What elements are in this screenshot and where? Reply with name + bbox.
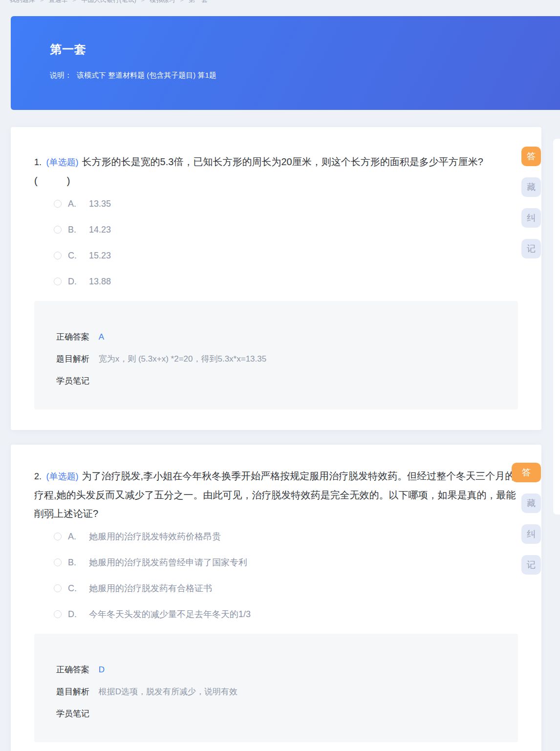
options-list: A. 13.35 B. 14.23 C. 15.23 D. 13.88 <box>54 197 518 288</box>
radio-icon[interactable] <box>54 558 62 566</box>
option-text: 15.23 <box>89 251 111 261</box>
breadcrumb-item-2[interactable]: 直通车 <box>49 0 68 3</box>
tab-note[interactable]: 记 <box>521 555 541 575</box>
exam-practice-page: 我的题库>直通车>中国人民银行(笔试)>模拟练习>第一套 第一套 说明：该模式下… <box>0 0 560 751</box>
answer-panel: 正确答案 D 题目解析 根据D选项，脱发有所减少，说明有效 学员笔记 <box>34 634 518 742</box>
question-type-badge: (单选题) <box>46 157 79 167</box>
student-note-row: 学员笔记 <box>56 708 496 719</box>
question-2-stem: 2. (单选题)为了治疗脱发,李小姐在今年秋冬换季开始严格按规定服用治疗脱发特效… <box>34 445 519 523</box>
option-row-c[interactable]: C. 15.23 <box>54 249 518 262</box>
tab-collect[interactable]: 藏 <box>521 177 541 197</box>
student-note-label: 学员笔记 <box>56 709 89 718</box>
radio-icon[interactable] <box>54 533 62 540</box>
analysis-text: 宽为x，则 (5.3x+x) *2=20，得到5.3x*x=13.35 <box>99 354 266 364</box>
tab-collect[interactable]: 藏 <box>521 494 541 513</box>
option-row-b[interactable]: B. 她服用的治疗脱发药曾经申请了国家专利 <box>54 556 518 569</box>
exam-title: 第一套 <box>50 42 86 57</box>
options-list: A. 她服用的治疗脱发特效药价格昂贵 B. 她服用的治疗脱发药曾经申请了国家专利… <box>54 530 518 621</box>
option-letter: A. <box>68 532 89 542</box>
option-row-a[interactable]: A. 13.35 <box>54 197 518 210</box>
exam-description: 说明：该模式下 整道材料题 (包含其子题目) 算1题 <box>50 71 216 80</box>
question-type-badge: (单选题) <box>46 472 79 481</box>
correct-answer-label: 正确答案 <box>56 332 89 342</box>
question-text: 为了治疗脱发,李小姐在今年秋冬换季开始严格按规定服用治疗脱发特效药。但经过整个冬… <box>34 471 516 519</box>
breadcrumb-separator: > <box>73 0 77 3</box>
option-letter: B. <box>68 558 89 568</box>
question-number: 1. <box>34 157 42 167</box>
question-card-2: 2. (单选题)为了治疗脱发,李小姐在今年秋冬换季开始严格按规定服用治疗脱发特效… <box>11 445 541 751</box>
breadcrumb-item-1[interactable]: 我的题库 <box>10 0 35 3</box>
option-letter: B. <box>68 225 89 235</box>
option-letter: D. <box>68 277 89 287</box>
answer-panel: 正确答案 A 题目解析 宽为x，则 (5.3x+x) *2=20，得到5.3x*… <box>34 301 518 409</box>
option-text: 13.35 <box>89 199 111 209</box>
student-note-label: 学员笔记 <box>56 376 89 386</box>
breadcrumb-separator: > <box>180 0 184 3</box>
correct-answer-row: 正确答案 A <box>56 331 496 342</box>
breadcrumb-item-5: 第一套 <box>189 0 208 3</box>
analysis-label: 题目解析 <box>56 687 89 696</box>
breadcrumb: 我的题库>直通车>中国人民银行(笔试)>模拟练习>第一套 <box>10 0 208 4</box>
correct-answer-value: D <box>99 665 105 674</box>
analysis-row: 题目解析 根据D选项，脱发有所减少，说明有效 <box>56 686 496 697</box>
breadcrumb-item-3[interactable]: 中国人民银行(笔试) <box>81 0 136 3</box>
radio-icon[interactable] <box>54 226 62 234</box>
option-letter: C. <box>68 251 89 261</box>
breadcrumb-separator: > <box>40 0 44 3</box>
option-row-a[interactable]: A. 她服用的治疗脱发特效药价格昂贵 <box>54 530 518 543</box>
side-tab-rail: 答 藏 纠 记 <box>512 463 541 586</box>
option-row-d[interactable]: D. 今年冬天头发的减少量不足去年冬天的1/3 <box>54 608 518 621</box>
correct-answer-value: A <box>99 332 104 342</box>
right-panel-edge <box>553 139 560 515</box>
breadcrumb-separator: > <box>141 0 145 3</box>
student-note-row: 学员笔记 <box>56 375 496 386</box>
breadcrumb-item-4[interactable]: 模拟练习 <box>150 0 175 3</box>
option-letter: A. <box>68 199 89 209</box>
analysis-label: 题目解析 <box>56 354 89 364</box>
tab-answer[interactable]: 答 <box>512 463 541 482</box>
option-text: 14.23 <box>89 225 111 235</box>
tab-correct[interactable]: 纠 <box>521 208 541 228</box>
option-letter: D. <box>68 609 89 620</box>
side-tab-rail: 答 藏 纠 记 <box>521 147 541 270</box>
correct-answer-label: 正确答案 <box>56 665 89 674</box>
radio-icon[interactable] <box>54 584 62 592</box>
question-number: 2. <box>34 472 42 481</box>
radio-icon[interactable] <box>54 252 62 259</box>
radio-icon[interactable] <box>54 200 62 208</box>
option-text: 她服用的治疗脱发药曾经申请了国家专利 <box>89 557 247 568</box>
tab-answer[interactable]: 答 <box>521 147 541 166</box>
tab-correct[interactable]: 纠 <box>521 524 541 544</box>
question-text: 长方形的长是宽的5.3倍，已知长方形的周长为20厘米，则这个长方形的面积是多少平… <box>34 156 483 186</box>
analysis-row: 题目解析 宽为x，则 (5.3x+x) *2=20，得到5.3x*x=13.35 <box>56 353 496 364</box>
option-text: 13.88 <box>89 277 111 287</box>
exam-description-label: 说明： <box>50 71 72 79</box>
option-letter: C. <box>68 583 89 594</box>
exam-header-card: 第一套 说明：该模式下 整道材料题 (包含其子题目) 算1题 <box>11 16 560 110</box>
correct-answer-row: 正确答案 D <box>56 664 496 675</box>
radio-icon[interactable] <box>54 278 62 285</box>
exam-description-text: 该模式下 整道材料题 (包含其子题目) 算1题 <box>77 71 216 79</box>
option-text: 她服用的治疗脱发药有合格证书 <box>89 582 212 594</box>
radio-icon[interactable] <box>54 610 62 618</box>
option-text: 今年冬天头发的减少量不足去年冬天的1/3 <box>89 608 251 620</box>
analysis-text: 根据D选项，脱发有所减少，说明有效 <box>99 687 237 696</box>
option-text: 她服用的治疗脱发特效药价格昂贵 <box>89 531 221 542</box>
option-row-c[interactable]: C. 她服用的治疗脱发药有合格证书 <box>54 582 518 595</box>
option-row-b[interactable]: B. 14.23 <box>54 223 518 236</box>
tab-note[interactable]: 记 <box>521 239 541 258</box>
question-card-1: 1. (单选题)长方形的长是宽的5.3倍，已知长方形的周长为20厘米，则这个长方… <box>11 127 541 430</box>
question-1-stem: 1. (单选题)长方形的长是宽的5.3倍，已知长方形的周长为20厘米，则这个长方… <box>34 127 519 190</box>
option-row-d[interactable]: D. 13.88 <box>54 275 518 288</box>
